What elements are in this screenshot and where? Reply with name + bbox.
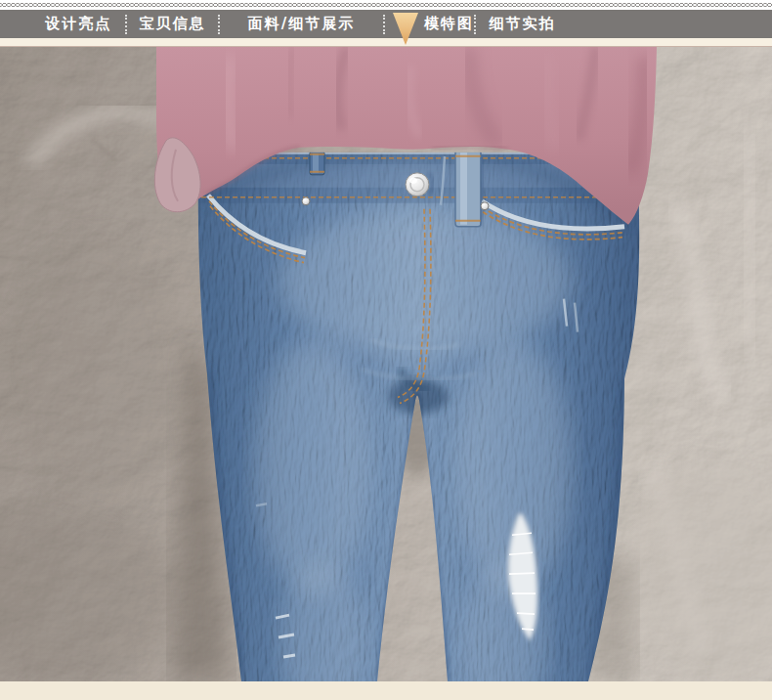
photo-top-strip xyxy=(0,38,772,46)
product-detail-page: 设计亮点 宝贝信息 面料/细节展示 模特图 细节实拍 xyxy=(0,0,772,700)
rivet xyxy=(481,202,489,210)
tab-label: 设计亮点 xyxy=(46,15,112,33)
tab-design-highlights[interactable]: 设计亮点 xyxy=(32,10,125,38)
tab-model-photos[interactable]: 模特图 xyxy=(385,10,474,38)
tab-fabric-details[interactable]: 面料/细节展示 xyxy=(220,10,383,38)
tab-label: 细节实拍 xyxy=(490,15,556,33)
tab-label: 模特图 xyxy=(424,15,474,33)
belt-loop xyxy=(455,151,483,227)
belt-loop xyxy=(310,152,324,175)
bottom-strip xyxy=(0,681,772,700)
rivet xyxy=(302,197,310,205)
chain-border-icon xyxy=(0,0,772,10)
jeans-button xyxy=(406,173,433,197)
tab-detail-shots[interactable]: 细节实拍 xyxy=(476,10,569,38)
tab-product-info[interactable]: 宝贝信息 xyxy=(127,10,218,38)
tab-label: 面料/细节展示 xyxy=(248,15,355,33)
model-photo xyxy=(0,46,772,681)
model-photo-illustration xyxy=(0,47,772,681)
section-nav: 设计亮点 宝贝信息 面料/细节展示 模特图 细节实拍 xyxy=(0,10,772,38)
page-header: 设计亮点 宝贝信息 面料/细节展示 模特图 细节实拍 xyxy=(0,0,772,38)
tab-label: 宝贝信息 xyxy=(140,15,206,33)
